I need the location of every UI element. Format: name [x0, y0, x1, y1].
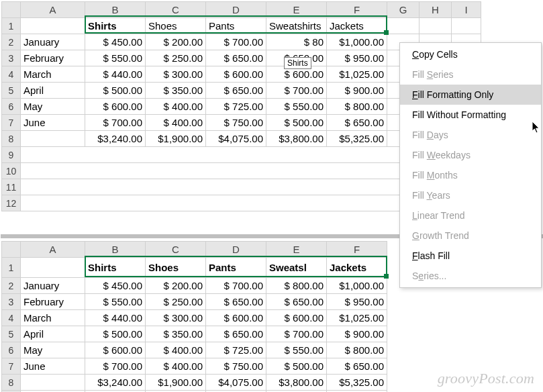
cell[interactable]: $ 440.00: [85, 66, 146, 83]
row-header[interactable]: 4: [2, 66, 21, 83]
cell[interactable]: $ 350.00: [146, 83, 206, 99]
cell[interactable]: $3,240.00: [85, 131, 146, 147]
cell[interactable]: $4,075.00: [206, 375, 266, 391]
cell[interactable]: June: [21, 358, 85, 375]
cell[interactable]: $ 700.00: [85, 358, 146, 375]
cell[interactable]: $ 800.00: [327, 99, 387, 115]
col-header[interactable]: A: [21, 242, 85, 258]
cell[interactable]: [452, 18, 481, 34]
cell[interactable]: $1,000.00: [327, 34, 387, 50]
cell[interactable]: April: [21, 83, 85, 99]
cell[interactable]: $ 650.00: [206, 83, 266, 99]
cell[interactable]: January: [21, 278, 85, 294]
table-row[interactable]: 1 Shirts Shoes Pants Sweatshirts Jackets: [2, 18, 481, 34]
cell[interactable]: $ 450.00: [85, 278, 146, 294]
cell[interactable]: [419, 18, 452, 34]
cell[interactable]: $ 950.00: [327, 50, 387, 66]
row-header[interactable]: 3: [2, 50, 21, 66]
cell[interactable]: $ 500.00: [85, 83, 146, 99]
table-row[interactable]: 6 May $ 600.00 $ 400.00 $ 725.00 $ 550.0…: [2, 342, 387, 358]
cell[interactable]: $ 700.00: [266, 326, 327, 342]
cell[interactable]: $1,900.00: [146, 375, 206, 391]
cell[interactable]: [387, 18, 419, 34]
cell[interactable]: $3,240.00: [85, 375, 146, 391]
cell[interactable]: May: [21, 99, 85, 115]
col-header[interactable]: C: [146, 242, 206, 258]
cell[interactable]: $ 750.00: [206, 115, 266, 131]
cell[interactable]: $ 300.00: [146, 310, 206, 326]
cell[interactable]: $ 700.00: [266, 83, 327, 99]
row-header[interactable]: 11: [2, 179, 21, 195]
cell[interactable]: $ 80: [266, 34, 327, 50]
cell[interactable]: $ 600.00: [206, 66, 266, 83]
menu-copy-cells[interactable]: Copy Cells: [400, 44, 541, 64]
cell[interactable]: $ 400.00: [146, 342, 206, 358]
cell-header[interactable]: Shoes: [146, 258, 206, 278]
menu-fill-without-formatting[interactable]: Fill Without Formatting: [400, 105, 541, 125]
row-header[interactable]: 1: [2, 258, 21, 278]
col-header[interactable]: B: [85, 242, 146, 258]
cell[interactable]: March: [21, 310, 85, 326]
cell[interactable]: [21, 131, 85, 147]
menu-fill-formatting-only[interactable]: Fill Formatting Only: [400, 85, 541, 105]
col-header[interactable]: F: [327, 2, 387, 18]
select-all[interactable]: [2, 2, 21, 18]
col-header[interactable]: I: [452, 2, 481, 18]
cell[interactable]: $ 700.00: [206, 278, 266, 294]
cell[interactable]: May: [21, 342, 85, 358]
cell[interactable]: $ 600.00: [266, 310, 327, 326]
cell[interactable]: $ 500.00: [85, 326, 146, 342]
cell-header[interactable]: Pants: [206, 18, 266, 34]
table-row[interactable]: 1 Shirts Shoes Pants Sweatsl Jackets: [2, 258, 387, 278]
col-header[interactable]: C: [146, 2, 206, 18]
cell[interactable]: $ 950.00: [327, 294, 387, 310]
row-header[interactable]: 2: [2, 34, 21, 50]
row-header[interactable]: 2: [2, 278, 21, 294]
cell-header[interactable]: Shirts: [85, 258, 146, 278]
cell[interactable]: $ 600.00: [206, 310, 266, 326]
row-header[interactable]: 6: [2, 342, 21, 358]
row-header[interactable]: 6: [2, 99, 21, 115]
col-header[interactable]: H: [419, 2, 452, 18]
cell[interactable]: $ 500.00: [266, 358, 327, 375]
cell[interactable]: $ 700.00: [206, 34, 266, 50]
cell[interactable]: $ 800.00: [266, 278, 327, 294]
cell[interactable]: $ 700.00: [85, 115, 146, 131]
row-header[interactable]: 3: [2, 294, 21, 310]
col-header[interactable]: D: [206, 242, 266, 258]
cell[interactable]: $ 600.00: [85, 342, 146, 358]
cell[interactable]: $ 200.00: [146, 34, 206, 50]
col-header[interactable]: F: [327, 242, 387, 258]
select-all[interactable]: [2, 242, 21, 258]
menu-flash-fill[interactable]: Flash Fill: [400, 246, 541, 266]
cell[interactable]: $ 300.00: [146, 66, 206, 83]
cell[interactable]: $5,325.00: [327, 131, 387, 147]
col-header[interactable]: E: [266, 242, 327, 258]
cell[interactable]: $ 900.00: [327, 326, 387, 342]
cell[interactable]: $1,900.00: [146, 131, 206, 147]
cell[interactable]: March: [21, 66, 85, 83]
cell[interactable]: $ 250.00: [146, 50, 206, 66]
cell[interactable]: April: [21, 326, 85, 342]
table-row[interactable]: 8 $3,240.00 $1,900.00 $4,075.00 $3,800.0…: [2, 375, 387, 391]
cell[interactable]: [21, 258, 85, 278]
row-header[interactable]: 12: [2, 195, 21, 211]
cell-header[interactable]: Sweatsl: [266, 258, 327, 278]
cell[interactable]: June: [21, 115, 85, 131]
col-header[interactable]: D: [206, 2, 266, 18]
cell[interactable]: $5,325.00: [327, 375, 387, 391]
cell-header[interactable]: Sweatshirts: [266, 18, 327, 34]
cell-header[interactable]: Jackets: [327, 18, 387, 34]
row-header[interactable]: 7: [2, 115, 21, 131]
cell[interactable]: $ 550.00: [85, 50, 146, 66]
table-row[interactable]: 7 June $ 700.00 $ 400.00 $ 750.00 $ 500.…: [2, 358, 387, 375]
cell[interactable]: $ 450.00: [85, 34, 146, 50]
col-header[interactable]: B: [85, 2, 146, 18]
cell[interactable]: $ 750.00: [206, 358, 266, 375]
cell[interactable]: $ 400.00: [146, 358, 206, 375]
table-row[interactable]: 4 March $ 440.00 $ 300.00 $ 600.00 $ 600…: [2, 310, 387, 326]
cell[interactable]: $ 650.00: [327, 115, 387, 131]
cell[interactable]: $1,000.00: [327, 278, 387, 294]
cell[interactable]: $3,800.00: [266, 131, 327, 147]
cell[interactable]: $ 400.00: [146, 99, 206, 115]
